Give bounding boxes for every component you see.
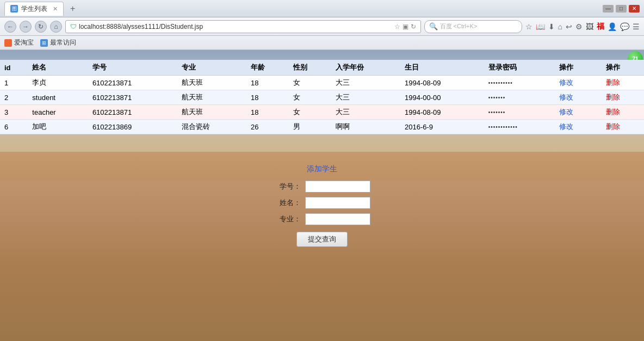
cell-edit: 修改 [555,120,602,134]
cell-student-id: 6102213869 [88,120,177,134]
url-display: localhost:8888/alysses1111/DisStudent.js… [79,23,392,30]
form-area: 添加学生 学号： 姓名： 专业： 提交查询 [0,164,644,247]
delete-link[interactable]: 删除 [606,93,620,101]
reader-icon[interactable]: ▣ [403,23,408,30]
col-header-name: 姓名 [28,60,88,76]
toolbar-menu-icon[interactable]: ☰ [633,22,640,31]
submit-button[interactable]: 提交查询 [296,232,348,247]
cell-id: 6 [0,120,28,134]
input-student-id[interactable] [305,181,370,193]
most-visited-favicon: ⊞ [40,39,48,47]
add-student-link[interactable]: 添加学生 [307,164,337,174]
toolbar-back2-icon[interactable]: ↩ [566,22,572,31]
label-major: 专业： [274,214,301,224]
cell-grade: 啊啊 [331,120,400,134]
cell-major: 航天班 [177,105,246,120]
tab-title: 学生列表 [21,4,47,14]
cell-password: ••••••• [484,105,555,120]
edit-link[interactable]: 修改 [559,78,573,86]
cell-id: 2 [0,90,28,105]
cell-gender: 女 [289,76,331,90]
cell-birthday: 1994-08-09 [400,105,484,120]
reload-icon[interactable]: ↻ [411,23,416,30]
edit-link[interactable]: 修改 [559,108,573,116]
student-table: id 姓名 学号 专业 年龄 性别 入学年份 生日 登录密码 操作 操作 1李贞… [0,60,644,134]
address-bar-input-wrap[interactable]: 🛡 localhost:8888/alysses1111/DisStudent.… [65,20,421,33]
input-name[interactable] [305,197,370,209]
most-visited-label: 最常访问 [50,38,76,47]
maximize-button[interactable]: □ [616,5,627,13]
delete-link[interactable]: 删除 [606,122,620,131]
cell-name: teacher [28,105,88,120]
cell-birthday: 1994-00-00 [400,90,484,105]
table-row: 1李贞6102213871航天班18女大三1994-08-09•••••••••… [0,76,644,90]
cell-student-id: 6102213871 [88,90,177,105]
close-button[interactable]: ✕ [629,5,640,13]
cell-delete: 删除 [602,105,644,120]
toolbar-chat-icon[interactable]: 💬 [620,22,629,31]
cell-gender: 女 [289,90,331,105]
toolbar-home-icon[interactable]: ⌂ [558,22,562,31]
cell-edit: 修改 [555,105,602,120]
edit-link[interactable]: 修改 [559,93,573,101]
tab-close-button[interactable]: ✕ [53,5,58,13]
col-header-password: 登录密码 [484,60,555,76]
cell-gender: 女 [289,105,331,120]
security-shield-icon: 🛡 [70,23,77,30]
cell-student-id: 6102213871 [88,76,177,90]
toolbar-user-icon[interactable]: 👤 [608,22,617,31]
new-tab-button[interactable]: + [67,4,78,14]
window-controls: — □ ✕ [603,5,640,13]
toolbar-download-icon[interactable]: ⬇ [548,22,555,31]
taobao-label: 爱淘宝 [14,38,34,47]
bookmarks-bar: 爱淘宝 ⊞ 最常访问 [0,36,644,50]
title-bar: 图 学生列表 ✕ + — □ ✕ [0,0,644,17]
table-row: 6加吧6102213869混合瓷砖26男啊啊2016-6-9••••••••••… [0,120,644,134]
form-row-name: 姓名： [274,197,370,209]
refresh-button[interactable]: ↻ [35,21,47,33]
forward-button[interactable]: → [20,21,32,33]
toolbar-right-icons: ☆ 📖 ⬇ ⌂ ↩ ⚙ 🖼 福 👤 💬 ☰ [525,22,640,32]
delete-link[interactable]: 删除 [606,108,620,116]
cell-age: 18 [246,90,289,105]
delete-link[interactable]: 删除 [606,78,620,86]
tab-favicon: 图 [10,5,18,13]
minimize-button[interactable]: — [603,5,614,13]
cell-grade: 大三 [331,105,400,120]
cell-id: 1 [0,76,28,90]
cell-edit: 修改 [555,76,602,90]
back-button[interactable]: ← [4,21,16,33]
active-tab[interactable]: 图 学生列表 ✕ [4,2,64,16]
cell-birthday: 1994-08-09 [400,76,484,90]
col-header-major: 专业 [177,60,246,76]
col-header-id: id [0,60,28,76]
cell-password: •••••••••••• [484,120,555,134]
toolbar-bookmark-icon[interactable]: 📖 [536,22,545,31]
title-bar-left: 图 学生列表 ✕ + [4,2,603,16]
toolbar-star-icon[interactable]: ☆ [525,22,532,31]
table-row: 3teacher6102213871航天班18女大三1994-08-09••••… [0,105,644,120]
cell-age: 18 [246,76,289,90]
col-header-action1: 操作 [555,60,602,76]
toolbar-image-icon[interactable]: 🖼 [586,22,593,31]
bookmark-most-visited[interactable]: ⊞ 最常访问 [40,38,76,47]
bookmark-star-icon[interactable]: ☆ [394,23,400,30]
toolbar-settings-icon[interactable]: ⚙ [575,22,583,31]
toolbar-fortune-icon[interactable]: 福 [597,22,604,32]
form-row-major: 专业： [274,213,370,225]
cell-password: ••••••• [484,90,555,105]
col-header-student-id: 学号 [88,60,177,76]
edit-link[interactable]: 修改 [559,122,573,131]
input-major[interactable] [305,213,370,225]
cell-delete: 删除 [602,120,644,134]
cell-major: 混合瓷砖 [177,120,246,134]
col-header-birthday: 生日 [400,60,484,76]
label-name: 姓名： [274,198,301,208]
cell-delete: 删除 [602,90,644,105]
form-row-student-id: 学号： [274,181,370,193]
page-content: 71 id 姓名 学号 专业 年龄 性别 入学年份 生日 登录密码 操作 [0,50,644,341]
search-bar[interactable]: 🔍 百度 <Ctrl+K> [424,20,522,33]
home-button[interactable]: ⌂ [50,21,62,33]
bookmark-taobao[interactable]: 爱淘宝 [4,38,34,47]
search-icon: 🔍 [429,22,438,30]
